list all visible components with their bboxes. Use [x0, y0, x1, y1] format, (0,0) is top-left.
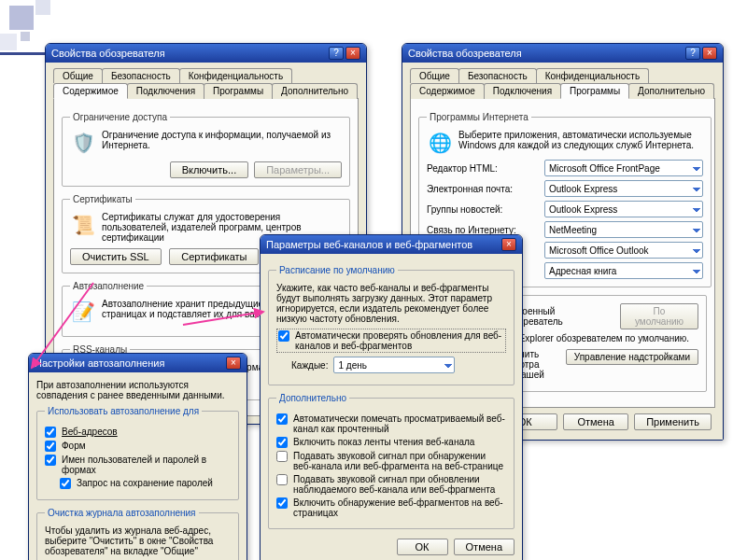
enable-button[interactable]: Включить... [170, 161, 249, 178]
label-internet-call: Связь по Интернету: [427, 225, 539, 235]
tab-advanced[interactable]: Дополнительно [628, 83, 714, 99]
help-button[interactable]: ? [329, 47, 344, 60]
close-button[interactable]: × [501, 238, 516, 251]
tab-privacy[interactable]: Конфиденциальность [536, 68, 649, 83]
schedule-text: Укажите, как часто веб-каналы и веб-фраг… [276, 283, 506, 324]
close-button[interactable]: × [345, 47, 360, 60]
tab-programs[interactable]: Программы [204, 83, 273, 99]
legend: Автозаполнение [70, 281, 147, 291]
clear-ssl-button[interactable]: Очистить SSL [70, 248, 162, 265]
tab-general[interactable]: Общие [410, 68, 459, 83]
tab-privacy[interactable]: Конфиденциальность [179, 68, 292, 83]
title-text: Свойства обозревателя [408, 48, 522, 59]
cancel-button[interactable]: Отмена [563, 413, 628, 430]
legend: Ограничение доступа [70, 112, 170, 122]
tab-row-2: Содержимое Подключения Программы Дополни… [410, 83, 715, 99]
select-newsgroups[interactable]: Outlook Express [544, 201, 703, 217]
deco-square [0, 34, 17, 50]
select-contacts[interactable]: Адресная книга [544, 262, 703, 279]
cancel-button[interactable]: Отмена [454, 539, 514, 555]
group-text: Выберите приложения, автоматически испол… [458, 130, 703, 150]
intro-text: При автозаполнении используются совпаден… [36, 380, 239, 400]
title-text: Настройки автозаполнения [35, 357, 164, 369]
select-html-editor[interactable]: Microsoft Office FrontPage [544, 160, 703, 176]
check-forms[interactable]: Форм [45, 441, 231, 452]
legend: Очистка журнала автозаполнения [45, 508, 199, 518]
check-web-addresses[interactable]: Веб-адресов [45, 427, 231, 438]
legend: Дополнительно [276, 393, 349, 403]
tab-programs[interactable]: Программы [560, 83, 629, 99]
gear-globe-icon: 🌐 [427, 130, 453, 156]
group-clear-autofill: Очистка журнала автозаполнения Чтобы уда… [36, 508, 239, 560]
tab-content[interactable]: Содержимое [53, 83, 128, 99]
tab-security[interactable]: Безопасность [102, 68, 180, 83]
tab-row-1: Общие Безопасность Конфиденциальность [410, 68, 715, 83]
titlebar: Параметры веб-каналов и веб-фрагментов × [261, 235, 522, 254]
dialog-feed-settings: Параметры веб-каналов и веб-фрагментов ×… [260, 234, 523, 560]
tab-content[interactable]: Содержимое [410, 83, 485, 99]
clear-text: Чтобы удалить из журнала веб-адрес, выбе… [45, 525, 231, 556]
tab-row-1: Общие Безопасность Конфиденциальность [53, 68, 359, 83]
set-default-button[interactable]: По умолчанию [620, 303, 698, 329]
title-text: Параметры веб-каналов и веб-фрагментов [266, 239, 472, 250]
group-advanced: Дополнительно Автоматически помечать про… [268, 393, 514, 529]
check-mark-read[interactable]: Автоматически помечать просматриваемый в… [276, 413, 506, 434]
label-html-editor: Редактор HTML: [427, 163, 539, 174]
tab-row-2: Содержимое Подключения Программы Дополни… [53, 83, 359, 99]
group-schedule: Расписание по умолчанию Укажите, как час… [268, 265, 514, 385]
check-prompt-save-passwords[interactable]: Запрос на сохранение паролей [60, 478, 231, 489]
label-newsgroups: Группы новостей: [427, 204, 539, 215]
check-sound-on-detect[interactable]: Подавать звуковой сигнал при обнаружении… [276, 451, 506, 471]
check-sound-on-update[interactable]: Подавать звуковой сигнал при обновлении … [276, 474, 506, 495]
legend: Использовать автозаполнение для [45, 406, 202, 416]
tab-connections[interactable]: Подключения [484, 83, 561, 99]
titlebar: Свойства обозревателя ? × [46, 44, 366, 63]
dialog-autofill-settings: Настройки автозаполнения × При автозапол… [28, 353, 247, 560]
tab-advanced[interactable]: Дополнительно [272, 83, 358, 99]
select-email[interactable]: Outlook Express [544, 180, 703, 197]
deco-square [35, 0, 50, 15]
certificate-icon: 📜 [70, 212, 96, 238]
group-text: Ограничение доступа к информации, получа… [102, 130, 342, 150]
manage-addons-button[interactable]: Управление надстройками [566, 349, 698, 365]
label-email: Электронная почта: [427, 184, 539, 194]
apply-button[interactable]: Применить [634, 413, 712, 430]
check-show-feed-reading[interactable]: Включить показ ленты чтения веб-канала [276, 437, 506, 448]
deco-square [21, 32, 30, 41]
ok-button[interactable]: ОК [397, 539, 448, 555]
close-button[interactable]: × [226, 357, 241, 370]
titlebar: Настройки автозаполнения × [29, 354, 247, 372]
title-text: Свойства обозревателя [51, 48, 165, 59]
tab-security[interactable]: Безопасность [458, 68, 537, 83]
select-calendar[interactable]: Microsoft Office Outlook [544, 242, 703, 259]
deco-square [9, 6, 34, 30]
legend: Программы Интернета [427, 112, 531, 122]
check-auto-check-updates[interactable]: Автоматически проверять обновления для в… [276, 329, 506, 353]
label-every: Каждые: [291, 360, 328, 371]
tab-general[interactable]: Общие [53, 68, 103, 83]
select-every[interactable]: 1 день [333, 357, 455, 373]
select-internet-call[interactable]: NetMeeting [544, 221, 703, 238]
close-button[interactable]: × [702, 47, 717, 60]
check-usernames-passwords[interactable]: Имен пользователей и паролей в формах [45, 455, 231, 475]
legend: Сертификаты [70, 194, 135, 204]
form-icon: 📝 [70, 299, 96, 325]
group-use-autofill: Использовать автозаполнение для Веб-адре… [36, 406, 239, 500]
shield-icon: 🛡️ [70, 130, 96, 156]
text-partial: net Explorer обозревателем по умолчанию. [503, 333, 698, 343]
titlebar: Свойства обозревателя ? × [402, 44, 723, 63]
legend: Расписание по умолчанию [276, 265, 398, 275]
help-button[interactable]: ? [685, 47, 700, 60]
group-access-restriction: Ограничение доступа 🛡️ Ограничение досту… [62, 112, 350, 187]
tab-connections[interactable]: Подключения [127, 83, 204, 99]
check-detect-webslices[interactable]: Включить обнаружение веб-фрагментов на в… [276, 497, 506, 518]
certificates-button[interactable]: Сертификаты [169, 248, 259, 265]
parameters-button[interactable]: Параметры... [254, 161, 342, 178]
